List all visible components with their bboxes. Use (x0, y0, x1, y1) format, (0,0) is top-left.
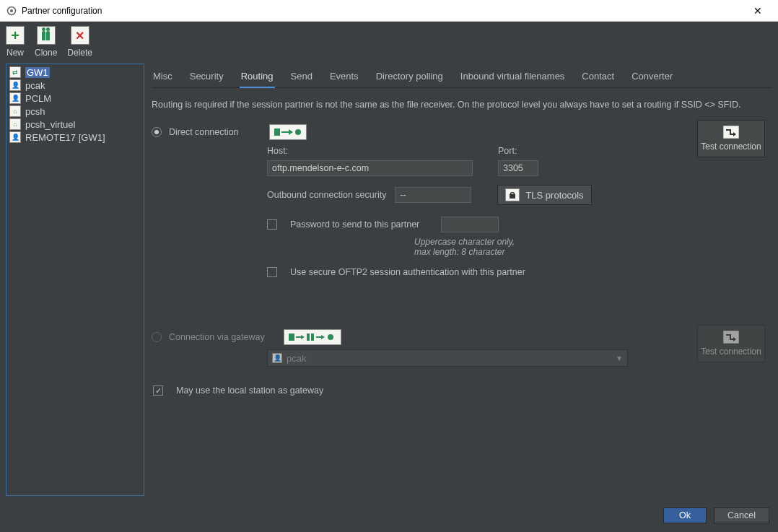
tls-protocols-label: TLS protocols (525, 190, 583, 201)
direct-connection-icon (269, 124, 307, 140)
sidebar-item-label: pcsh (25, 106, 45, 117)
tab-send[interactable]: Send (289, 68, 314, 87)
cancel-button[interactable]: Cancel (714, 507, 769, 523)
outbound-security-field[interactable] (395, 187, 471, 203)
gateway-radio[interactable] (152, 332, 162, 342)
titlebar: Partner configuration ✕ (0, 0, 778, 22)
svg-point-9 (328, 334, 333, 340)
partner-icon: ⌂ (9, 118, 21, 130)
window-title: Partner configuration (22, 6, 743, 16)
sidebar-item-gw1[interactable]: ⇄ GW1 (6, 66, 144, 79)
partner-icon: 👤 (9, 131, 21, 143)
sidebar-item-pclm[interactable]: 👤 PCLM (6, 92, 144, 105)
password-input[interactable] (441, 217, 499, 232)
partner-icon: 👤 (9, 92, 21, 104)
tab-directorypolling[interactable]: Directory polling (375, 68, 445, 87)
gateway-select[interactable]: 👤 pcak ▼ (267, 349, 628, 367)
tab-routing[interactable]: Routing (240, 68, 275, 87)
gateway-label: Connection via gateway (169, 332, 265, 342)
sidebar-item-pcsh-virtuel[interactable]: ⌂ pcsh_virtuel (6, 118, 144, 131)
test-connection-icon (723, 126, 739, 139)
gateway-selected-value: pcak (287, 353, 306, 364)
close-button[interactable]: ✕ (743, 0, 772, 22)
password-hint-2: max length: 8 character (414, 247, 772, 257)
sidebar-item-label: GW1 (25, 67, 50, 78)
tab-inbound[interactable]: Inbound virtual filenames (459, 68, 567, 87)
gateway-section: Connection via gateway Test connection 👤… (152, 325, 772, 400)
clone-icon (42, 31, 50, 40)
svg-rect-5 (510, 194, 515, 199)
tab-security[interactable]: Security (188, 68, 225, 87)
new-label: New (6, 48, 24, 58)
test-connection-icon (723, 331, 739, 344)
app-icon (6, 5, 17, 17)
clone-button[interactable]: Clone (35, 26, 57, 58)
svg-rect-6 (289, 333, 294, 341)
delete-label: Delete (67, 48, 92, 58)
new-button[interactable]: + New (6, 26, 25, 58)
partner-icon: 👤 (272, 353, 282, 363)
tab-contact[interactable]: Contact (580, 68, 616, 87)
plus-icon: + (11, 27, 19, 44)
delete-icon: ✕ (75, 29, 84, 43)
tab-converter[interactable]: Converter (630, 68, 674, 87)
partner-icon: ⇄ (9, 66, 21, 78)
sidebar-item-pcak[interactable]: 👤 pcak (6, 79, 144, 92)
partner-list[interactable]: ⇄ GW1 👤 pcak 👤 PCLM ⌂ pcsh ⌂ pcsh_virtue… (6, 64, 144, 496)
tab-misc[interactable]: Misc (152, 68, 174, 87)
host-label: Host: (267, 146, 484, 156)
delete-button[interactable]: ✕ Delete (67, 26, 92, 58)
direct-connection-section: Direct connection Test connection Host: … (152, 120, 772, 282)
routing-info: Routing is required if the session partn… (152, 88, 772, 120)
secure-oftp2-label: Use secure OFTP2 session authentication … (290, 267, 525, 277)
footer: Ok Cancel (0, 502, 778, 532)
svg-rect-8 (311, 333, 314, 341)
test-connection-gateway-button: Test connection (697, 325, 765, 362)
host-input[interactable] (267, 160, 473, 176)
tab-bar: Misc Security Routing Send Events Direct… (152, 64, 772, 88)
sidebar-item-pcsh[interactable]: ⌂ pcsh (6, 105, 144, 118)
local-gateway-checkbox[interactable] (153, 385, 163, 396)
ok-button[interactable]: Ok (663, 507, 707, 523)
svg-point-3 (295, 129, 301, 135)
tls-protocols-button[interactable]: TLS protocols (497, 185, 591, 205)
partner-icon: ⌂ (9, 105, 21, 117)
svg-point-1 (10, 9, 13, 12)
gateway-icon (284, 329, 341, 345)
password-hint-1: Uppercase character only, (414, 237, 772, 247)
port-label: Port: (498, 146, 642, 156)
port-input[interactable] (498, 160, 538, 176)
chevron-down-icon: ▼ (616, 354, 623, 362)
sidebar-item-label: PCLM (25, 93, 51, 104)
direct-connection-radio[interactable] (152, 127, 162, 137)
test-connection-gateway-label: Test connection (701, 346, 761, 357)
secure-oftp2-checkbox[interactable] (267, 267, 277, 277)
sidebar-item-label: REMOTE17 [GW1] (25, 132, 105, 143)
local-gateway-label: May use the local station as gateway (176, 385, 323, 396)
svg-rect-7 (307, 333, 310, 341)
tab-events[interactable]: Events (328, 68, 360, 87)
sidebar-item-label: pcak (25, 80, 45, 91)
password-checkbox[interactable] (267, 219, 277, 230)
clone-label: Clone (35, 48, 57, 58)
direct-connection-label: Direct connection (169, 127, 239, 137)
toolbar: + New Clone ✕ Delete (0, 22, 778, 61)
svg-rect-2 (274, 128, 280, 136)
partner-icon: 👤 (9, 79, 21, 91)
lock-icon (505, 188, 520, 201)
password-label: Password to send to this partner (290, 219, 419, 230)
sidebar-item-remote17[interactable]: 👤 REMOTE17 [GW1] (6, 131, 144, 144)
sidebar-item-label: pcsh_virtuel (25, 119, 75, 130)
outbound-security-label: Outbound connection security (267, 190, 386, 200)
